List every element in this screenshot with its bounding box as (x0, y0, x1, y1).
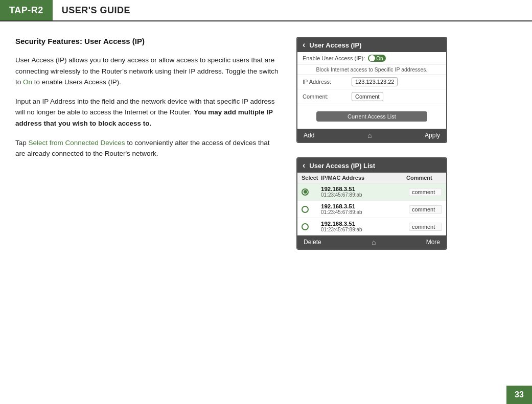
main-content: Security Features: User Access (IP) User… (0, 21, 532, 260)
paragraph-2: Input an IP Address into the field and t… (15, 96, 281, 129)
ip-input[interactable]: 123.123.123.22 (352, 77, 398, 86)
brand-label: TAP-R2 (0, 0, 53, 20)
select-devices-link[interactable]: Select from Connected Devices (29, 139, 125, 147)
ui-screenshots-column: ‹ User Access (IP) Enable User Access (I… (296, 37, 447, 250)
page-header: TAP-R2 USER'S GUIDE (0, 0, 532, 21)
access-list-container: Current Access List (297, 104, 446, 129)
ui1-body: Enable User Access (IP): On Block Intern… (297, 52, 446, 129)
ui2-header: ‹ User Access (IP) List (297, 158, 446, 173)
col-comment-header: Comment (406, 175, 442, 181)
col-ip-header: IP/MAC Address (321, 175, 402, 181)
ui2-body: Select IP/MAC Address Comment 192.168.3.… (297, 173, 446, 235)
more-button[interactable]: More (426, 239, 440, 246)
block-note: Block Internet access to Specific IP add… (297, 65, 446, 75)
ip-address: 192.168.3.51 (321, 203, 405, 209)
page-number: 33 (506, 386, 532, 404)
list-header: Select IP/MAC Address Comment (297, 173, 446, 183)
mac-address: 01:23:45:67:89:ab (321, 209, 405, 215)
list-item[interactable]: 192.168.3.51 01:23:45:67:89:ab comment (297, 218, 446, 235)
add-button[interactable]: Add (304, 132, 314, 139)
mac-address: 01:23:45:67:89:ab (321, 227, 405, 232)
comment-input[interactable]: Comment (352, 92, 383, 101)
ui2-title: User Access (IP) List (309, 162, 375, 170)
ip-address: 192.168.3.51 (321, 186, 405, 192)
ui2-back-button[interactable]: ‹ (303, 161, 305, 170)
radio-empty[interactable] (302, 223, 309, 230)
delete-button[interactable]: Delete (304, 239, 321, 246)
radio-select[interactable] (302, 206, 317, 213)
paragraph-3: Tap Select from Connected Devices to con… (15, 137, 281, 159)
radio-select[interactable] (302, 223, 317, 230)
comment-row: Comment: Comment (297, 89, 446, 104)
ui2-footer: Delete ⌂ More (297, 235, 446, 249)
user-access-ip-ui: ‹ User Access (IP) Enable User Access (I… (296, 37, 447, 143)
paragraph-1: User Access (IP) allows you to deny acce… (15, 55, 281, 88)
toggle-label: On (376, 56, 383, 61)
current-access-list-button[interactable]: Current Access List (316, 111, 427, 122)
ip-address: 192.168.3.51 (321, 221, 405, 227)
comment-cell: comment (409, 223, 442, 231)
comment-label: Comment: (303, 93, 349, 100)
ip-label: IP Address: (303, 79, 349, 85)
ui1-footer: Add ⌂ Apply (297, 129, 446, 142)
radio-select[interactable] (302, 188, 317, 196)
radio-filled[interactable] (302, 188, 309, 196)
col-select-header: Select (302, 175, 317, 181)
list-item[interactable]: 192.168.3.51 01:23:45:67:89:ab comment (297, 183, 446, 201)
home-icon: ⌂ (372, 238, 376, 246)
list-item[interactable]: 192.168.3.51 01:23:45:67:89:ab comment (297, 201, 446, 218)
comment-cell: comment (409, 188, 442, 196)
ip-address-row: IP Address: 123.123.123.22 (297, 75, 446, 89)
section-heading: Security Features: User Access (IP) (15, 37, 281, 45)
toggle-circle (369, 55, 375, 61)
para1-end: to enable Users Access (IP). (32, 78, 121, 86)
para3-start: Tap (15, 139, 29, 147)
ui1-title: User Access (IP) (309, 41, 361, 49)
ip-mac-cell: 192.168.3.51 01:23:45:67:89:ab (321, 221, 405, 232)
comment-cell: comment (409, 205, 442, 213)
home-icon: ⌂ (367, 131, 372, 139)
on-highlight: On (23, 78, 32, 86)
user-access-ip-list-ui: ‹ User Access (IP) List Select IP/MAC Ad… (296, 157, 447, 250)
text-column: Security Features: User Access (IP) User… (15, 37, 281, 250)
mac-address: 01:23:45:67:89:ab (321, 192, 405, 198)
ui1-back-button[interactable]: ‹ (303, 40, 305, 50)
ui1-header: ‹ User Access (IP) (297, 38, 446, 52)
apply-button[interactable]: Apply (425, 132, 440, 139)
enable-row: Enable User Access (IP): On (297, 52, 446, 65)
enable-label: Enable User Access (IP): (303, 55, 365, 61)
page-title: USER'S GUIDE (53, 5, 130, 16)
enable-toggle[interactable]: On (368, 55, 385, 62)
radio-empty[interactable] (302, 206, 309, 213)
ip-mac-cell: 192.168.3.51 01:23:45:67:89:ab (321, 203, 405, 215)
ip-mac-cell: 192.168.3.51 01:23:45:67:89:ab (321, 186, 405, 198)
